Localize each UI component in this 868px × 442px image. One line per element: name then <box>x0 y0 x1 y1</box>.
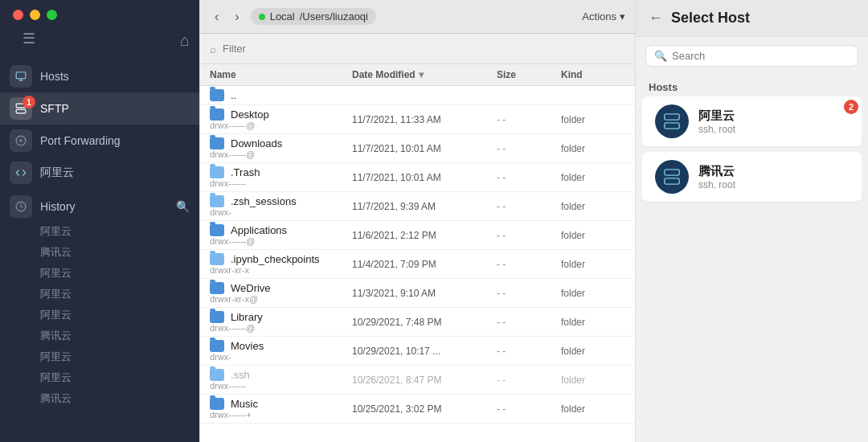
file-table-header: Name Date Modified ▾ Size Kind <box>200 64 635 86</box>
back-button[interactable]: ‹ <box>210 8 223 26</box>
folder-icon <box>210 137 224 149</box>
list-item[interactable]: 阿里云 <box>0 263 199 284</box>
table-row[interactable]: Music drwx------+ 10/25/2021, 3:02 PM - … <box>200 395 635 424</box>
titlebar-buttons <box>0 0 199 27</box>
table-row[interactable]: WeDrive drwxr-xr-x@ 11/3/2021, 9:10 AM -… <box>200 279 635 308</box>
sftp-badge: 1 <box>23 96 35 108</box>
local-dot <box>259 14 265 20</box>
sidebar-item-ali-cloud[interactable]: 阿里云 <box>0 157 199 189</box>
forward-button[interactable]: › <box>230 8 244 26</box>
location-badge: Local /Users/liuzaoqi <box>251 8 376 25</box>
table-row[interactable]: Library drwx------@ 10/29/2021, 7:48 PM … <box>200 308 635 337</box>
host-item-ali[interactable]: 阿里云 ssh, root 2 <box>642 96 862 147</box>
table-row[interactable]: .ipynb_checkpoints drwxr-xr-x 11/4/2021,… <box>200 250 635 279</box>
table-row[interactable]: Applications drwx------@ 11/6/2021, 2:12… <box>200 221 635 250</box>
host-badge-ali: 2 <box>844 100 858 114</box>
host-avatar-ali <box>655 104 689 138</box>
list-item[interactable]: 阿里云 <box>0 284 199 305</box>
right-panel-header: ← Select Host <box>636 0 868 37</box>
list-item[interactable]: 阿里云 <box>0 346 199 367</box>
menu-icon[interactable]: ☰ <box>10 27 48 54</box>
folder-icon <box>210 311 224 323</box>
col-size: Size <box>497 69 561 80</box>
filter-input[interactable] <box>223 43 625 55</box>
table-row[interactable]: Downloads drwx------@ 11/7/2021, 10:01 A… <box>200 134 635 163</box>
search-box: 🔍 <box>645 45 858 67</box>
folder-icon <box>210 398 224 410</box>
col-kind: Kind <box>561 69 625 80</box>
actions-chevron: ▾ <box>620 10 625 23</box>
minimize-button[interactable] <box>30 10 40 20</box>
table-row[interactable]: .ssh drwx------ 10/26/2021, 8:47 PM - - … <box>200 366 635 395</box>
table-row[interactable]: Movies drwx- 10/29/2021, 10:17 ... - - f… <box>200 337 635 366</box>
history-search-icon[interactable]: 🔍 <box>176 200 190 213</box>
host-avatar-tencent <box>655 160 689 194</box>
host-info-tencent: 腾讯云 ssh, root <box>698 164 849 190</box>
list-item[interactable]: 阿里云 <box>0 221 199 242</box>
svg-rect-11 <box>665 170 679 175</box>
port-forwarding-label: Port Forwarding <box>40 134 121 147</box>
folder-icon <box>210 108 224 121</box>
folder-icon <box>210 340 224 352</box>
ali-cloud-label: 阿里云 <box>40 166 74 180</box>
actions-button[interactable]: Actions ▾ <box>582 10 625 23</box>
svg-rect-8 <box>665 123 679 129</box>
back-arrow[interactable]: ← <box>649 10 663 27</box>
host-item-tencent[interactable]: 腾讯云 ssh, root <box>642 152 862 203</box>
main-panel: ‹ › Local /Users/liuzaoqi Actions ▾ ⌕ Na… <box>199 0 635 442</box>
list-item[interactable]: 腾讯云 <box>0 388 199 409</box>
home-icon[interactable]: ⌂ <box>180 31 190 50</box>
history-section[interactable]: History 🔍 <box>0 189 199 221</box>
folder-icon <box>210 282 224 294</box>
list-item[interactable]: 阿里云 <box>0 367 199 388</box>
hosts-icon <box>10 65 32 88</box>
port-forwarding-icon <box>10 129 32 152</box>
sidebar-item-sftp[interactable]: SFTP 1 <box>0 92 199 125</box>
sidebar-item-port-forwarding[interactable]: Port Forwarding <box>0 125 199 157</box>
actions-label: Actions <box>582 10 616 23</box>
close-button[interactable] <box>13 10 23 20</box>
list-item[interactable]: 腾讯云 <box>0 242 199 263</box>
col-date[interactable]: Date Modified ▾ <box>352 69 497 80</box>
path-label: /Users/liuzaoqi <box>300 10 368 23</box>
filter-bar: ⌕ <box>200 34 635 64</box>
folder-light-icon <box>210 166 224 178</box>
table-row[interactable]: Desktop drwx------@ 11/7/2021, 11:33 AM … <box>200 105 635 134</box>
main-toolbar: ‹ › Local /Users/liuzaoqi Actions ▾ <box>200 0 635 34</box>
filter-icon: ⌕ <box>210 43 216 55</box>
folder-icon <box>210 224 224 236</box>
host-info-ali: 阿里云 ssh, root <box>698 108 849 135</box>
search-icon: 🔍 <box>654 50 667 62</box>
folder-icon <box>210 89 224 101</box>
file-table: Name Date Modified ▾ Size Kind .. <box>200 64 635 442</box>
hosts-section-label: Hosts <box>636 75 868 96</box>
select-host-title: Select Host <box>671 10 750 27</box>
table-row[interactable]: .Trash drwx------ 11/7/2021, 10:01 AM - … <box>200 163 635 192</box>
folder-light-icon <box>210 369 224 381</box>
ali-cloud-icon <box>10 162 32 184</box>
history-list: 阿里云 腾讯云 阿里云 阿里云 阿里云 腾讯云 阿里云 阿里云 腾讯云 <box>0 221 199 409</box>
list-item[interactable]: 腾讯云 <box>0 325 199 346</box>
maximize-button[interactable] <box>47 10 57 20</box>
sidebar: ☰ ⌂ Hosts SFTP 1 Port Forwarding <box>0 0 199 442</box>
table-row[interactable]: .. <box>200 86 635 105</box>
svg-rect-0 <box>16 72 26 79</box>
svg-rect-7 <box>665 114 679 120</box>
history-icon <box>10 195 32 218</box>
sidebar-item-hosts[interactable]: Hosts <box>0 60 199 92</box>
right-panel: ← Select Host 🔍 Hosts 阿里云 ssh, root 2 <box>635 0 868 442</box>
hosts-label: Hosts <box>40 70 69 83</box>
svg-rect-12 <box>665 178 679 184</box>
list-item[interactable]: 阿里云 <box>0 305 199 325</box>
sftp-label: SFTP <box>40 102 69 115</box>
folder-light-icon <box>210 253 224 265</box>
table-row[interactable]: .zsh_sessions drwx- 11/7/2021, 9:39 AM -… <box>200 192 635 221</box>
search-input[interactable] <box>672 50 850 62</box>
svg-rect-2 <box>16 109 26 113</box>
col-name: Name <box>210 69 352 80</box>
folder-light-icon <box>210 195 224 207</box>
local-label: Local <box>270 10 295 23</box>
history-label: History <box>40 200 76 213</box>
